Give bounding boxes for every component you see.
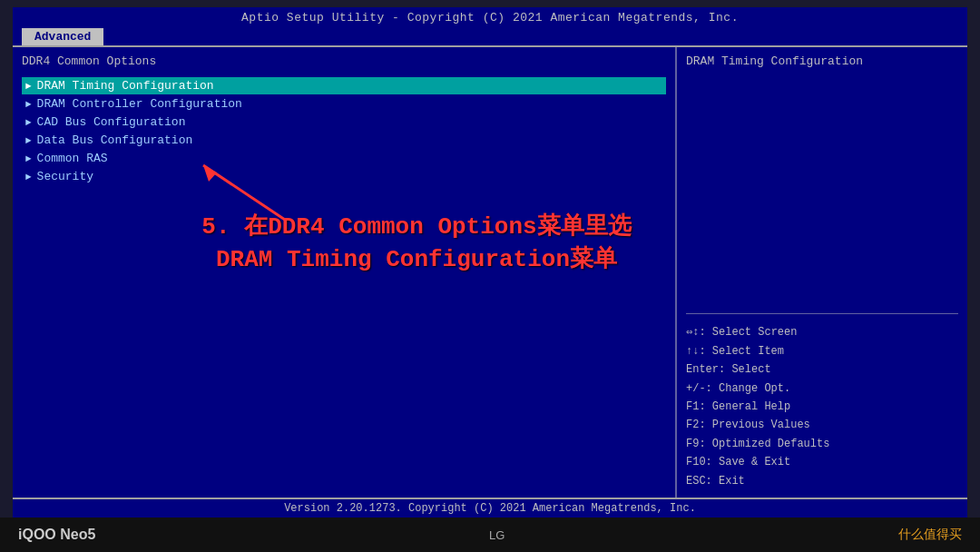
menu-item-common-ras[interactable]: ► Common RAS — [22, 150, 666, 167]
tab-row: Advanced — [13, 26, 967, 45]
help-line-1: ↑↓: Select Item — [686, 342, 958, 360]
help-section: ⇔↕: Select Screen ↑↓: Select Item Enter:… — [686, 313, 958, 490]
help-line-2: Enter: Select — [686, 360, 958, 379]
version-bar: Version 2.20.1273. Copyright (C) 2021 Am… — [13, 498, 967, 518]
menu-item-cad-bus[interactable]: ► CAD Bus Configuration — [22, 113, 666, 131]
right-panel: DRAM Timing Configuration ⇔↕: Select Scr… — [677, 47, 967, 498]
menu-arrow-5: ► — [25, 172, 32, 182]
brand-lg: LG — [489, 528, 505, 542]
menu-label-1: DRAM Controller Configuration — [37, 97, 242, 111]
menu-label-3: Data Bus Configuration — [37, 133, 193, 147]
brand-iqoo: iQOO Neo5 — [18, 527, 95, 543]
help-line-4: F1: General Help — [686, 398, 958, 416]
menu-arrow-4: ► — [25, 153, 32, 164]
menu-item-dram-timing[interactable]: ► DRAM Timing Configuration — [22, 77, 666, 94]
outer-frame: Aptio Setup Utility - Copyright (C) 2021… — [0, 0, 980, 552]
help-line-8: ESC: Exit — [686, 472, 958, 490]
annotation-text: 5. 在DDR4 Common Options菜单里选 DRAM Timing … — [176, 211, 657, 277]
bios-title: Aptio Setup Utility - Copyright (C) 2021… — [241, 11, 739, 25]
title-bar: Aptio Setup Utility - Copyright (C) 2021… — [13, 7, 967, 26]
bios-screen: Aptio Setup Utility - Copyright (C) 2021… — [13, 7, 967, 518]
brand-smzdm: 什么值得买 — [898, 527, 962, 543]
menu-item-security[interactable]: ► Security — [22, 168, 666, 185]
left-panel-title: DDR4 Common Options — [22, 54, 666, 68]
bottom-bar: iQOO Neo5 LG 什么值得买 — [0, 518, 980, 552]
annotation-line2: DRAM Timing Configuration菜单 — [216, 246, 617, 273]
menu-label-0: DRAM Timing Configuration — [37, 79, 214, 93]
menu-arrow-2: ► — [25, 117, 32, 128]
help-line-0: ⇔↕: Select Screen — [686, 323, 958, 341]
annotation-arrow-svg — [176, 156, 339, 229]
menu-label-2: CAD Bus Configuration — [37, 115, 186, 129]
help-line-5: F2: Previous Values — [686, 416, 958, 434]
menu-arrow-1: ► — [25, 99, 32, 110]
tab-advanced[interactable]: Advanced — [22, 28, 103, 45]
help-line-6: F9: Optimized Defaults — [686, 435, 958, 453]
annotation-overlay: 5. 在DDR4 Common Options菜单里选 DRAM Timing … — [176, 211, 657, 277]
menu-label-4: Common RAS — [37, 152, 108, 165]
version-text: Version 2.20.1273. Copyright (C) 2021 Am… — [284, 502, 696, 515]
help-line-7: F10: Save & Exit — [686, 453, 958, 471]
left-panel: DDR4 Common Options ► DRAM Timing Config… — [13, 47, 677, 498]
menu-arrow-3: ► — [25, 135, 32, 146]
help-line-3: +/-: Change Opt. — [686, 380, 958, 398]
annotation-line1: 5. 在DDR4 Common Options菜单里选 — [201, 213, 631, 241]
menu-item-dram-controller[interactable]: ► DRAM Controller Configuration — [22, 95, 666, 113]
main-content: DDR4 Common Options ► DRAM Timing Config… — [13, 45, 967, 498]
menu-arrow-0: ► — [25, 81, 32, 92]
menu-item-data-bus[interactable]: ► Data Bus Configuration — [22, 132, 666, 149]
menu-label-5: Security — [37, 170, 93, 183]
right-panel-title: DRAM Timing Configuration — [686, 54, 958, 68]
